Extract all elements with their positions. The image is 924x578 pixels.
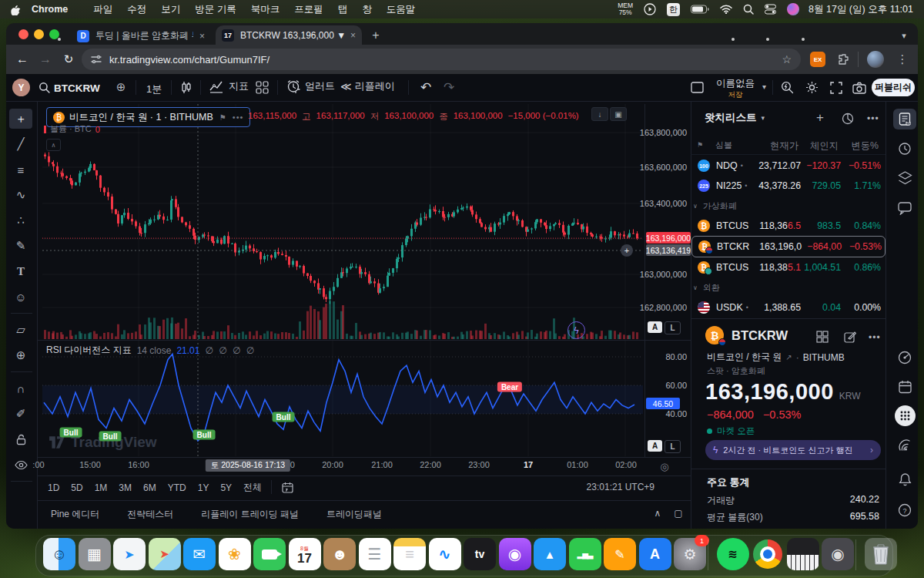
dock-trash[interactable] <box>865 538 897 570</box>
dock-finder[interactable]: ☺ <box>43 538 75 570</box>
dock-photos[interactable]: ❀ <box>219 538 251 570</box>
lock-all-icon[interactable] <box>9 429 32 449</box>
wifi-icon[interactable] <box>720 5 732 14</box>
dock-notes[interactable]: ≡ <box>393 538 426 570</box>
range-6M[interactable]: 6M <box>143 482 156 493</box>
menu-bar-clock[interactable]: 8월 17일 (일) 오후 11:01 <box>808 3 913 16</box>
range-1Y[interactable]: 1Y <box>198 482 209 493</box>
add-symbol-icon[interactable]: ⊕ <box>114 80 128 94</box>
zoom-in-tool-icon[interactable]: ⊕ <box>9 345 32 365</box>
control-center-icon[interactable] <box>765 4 776 15</box>
interval-button[interactable]: 1분 <box>146 82 162 96</box>
watchlist-section[interactable]: ∨외환 <box>693 277 884 297</box>
url-text[interactable]: kr.tradingview.com/chart/Gumun7IF/ <box>109 54 270 66</box>
window-close-button[interactable] <box>18 29 28 39</box>
undo-icon[interactable]: ↶ <box>417 79 434 95</box>
pane-collapse-button[interactable]: ∧ <box>46 139 61 151</box>
dock-settings[interactable]: ⚙1 <box>674 538 706 570</box>
settings-gear-icon[interactable] <box>804 80 819 95</box>
range-5D[interactable]: 5D <box>71 482 82 493</box>
layers-icon[interactable] <box>896 170 913 186</box>
dock-launchpad[interactable]: ▦ <box>79 538 111 570</box>
watchlist-add-icon[interactable]: + <box>813 111 827 125</box>
dock-contacts[interactable]: ☻ <box>323 538 356 570</box>
add-alert-plus-icon[interactable]: + <box>621 244 633 257</box>
watchlist-panel-icon[interactable] <box>893 109 916 129</box>
market-status[interactable]: 마켓 오픈 <box>707 425 755 437</box>
layout-select-icon[interactable] <box>689 80 705 94</box>
symbol-search-icon[interactable] <box>38 82 50 93</box>
layout-chevron-icon[interactable]: ▾ <box>762 82 766 91</box>
battery-icon[interactable] <box>691 5 709 14</box>
tab-trading-panel[interactable]: 트레이딩패널 <box>326 508 382 521</box>
back-button[interactable]: ← <box>14 51 31 68</box>
watchlist-pie-icon[interactable] <box>841 112 855 126</box>
dock-chrome[interactable] <box>752 538 784 570</box>
crosshair-tool-icon[interactable]: ＋ <box>9 109 32 129</box>
maximize-panel-icon[interactable]: ▢ <box>671 507 685 519</box>
pattern-tool-icon[interactable]: ∿ <box>9 185 32 205</box>
input-source-korean[interactable]: 한 <box>667 3 680 16</box>
clock-utc[interactable]: 23:01:21 UTC+9 <box>539 482 654 492</box>
chat-icon[interactable] <box>896 200 913 216</box>
menu-app-name[interactable]: Chrome <box>32 4 68 15</box>
radar-advisor-icon[interactable] <box>896 350 913 365</box>
symbol-legend-title[interactable]: 비트코인 / 한국 원 · 1 · BITHUMB <box>69 111 213 124</box>
replay-button[interactable]: ≪ 리플레이 <box>340 79 395 93</box>
range-전체[interactable]: 전체 <box>243 481 262 494</box>
site-settings-icon[interactable] <box>91 54 102 65</box>
volume-legend[interactable]: 볼륨 · BTC 0 <box>44 123 100 135</box>
dock-facetime[interactable] <box>253 538 286 570</box>
window-minimize-button[interactable] <box>34 29 44 39</box>
dock-midi[interactable] <box>787 538 819 570</box>
menu-edit[interactable]: 수정 <box>127 3 146 16</box>
timezone-settings-icon[interactable]: ◎ <box>658 460 671 472</box>
tab-replay-trading-panel[interactable]: 리플레이 트레이딩 패널 <box>201 508 299 521</box>
menu-bookmarks[interactable]: 북마크 <box>251 3 280 16</box>
user-avatar[interactable]: Y <box>12 79 30 96</box>
log-scale-button[interactable]: L <box>665 321 681 334</box>
alert-button[interactable]: 얼러트 <box>286 79 335 93</box>
snapshot-camera-icon[interactable] <box>852 80 867 95</box>
range-1M[interactable]: 1M <box>95 482 108 493</box>
fullscreen-icon[interactable] <box>829 80 844 95</box>
chart-style-candles-icon[interactable] <box>179 80 194 94</box>
tab-close-icon[interactable]: × <box>199 31 205 42</box>
redo-icon[interactable]: ↷ <box>440 79 457 95</box>
prediction-tool-icon[interactable]: ∴ <box>9 210 32 230</box>
tab-close-icon[interactable]: × <box>350 30 356 41</box>
siri-icon[interactable] <box>787 3 799 15</box>
broadcast-waves-icon[interactable] <box>896 438 913 453</box>
detail-edit-icon[interactable] <box>842 330 858 344</box>
price-and-rsi-chart[interactable] <box>42 104 643 456</box>
brush-tool-icon[interactable]: ✎ <box>9 236 32 256</box>
maximize-pane-button[interactable]: ▣ <box>610 107 627 121</box>
flag-column-icon[interactable]: ⚑ <box>697 141 703 149</box>
watchlist-more-icon[interactable]: ••• <box>867 113 879 124</box>
dock-safari[interactable]: ➤ <box>113 538 146 570</box>
browser-menu-icon[interactable]: ⋮ <box>895 51 910 68</box>
watchlist-row-BTCKR[interactable]: ₿BTCKR163,196,0−864,00−0.53% <box>691 236 886 257</box>
hide-all-icon[interactable] <box>9 455 32 475</box>
rsi-log-scale-button[interactable]: L <box>665 440 681 453</box>
watchlist-row-NDQ[interactable]: 100NDQ•23,712.07−120.37−0.51% <box>693 156 884 176</box>
watchlist-title[interactable]: 왓치리스트▾ <box>705 111 765 125</box>
apple-icon[interactable] <box>11 4 21 15</box>
dock-pages[interactable]: ✎ <box>604 538 636 570</box>
text-tool-icon[interactable]: T <box>9 261 32 281</box>
range-3M[interactable]: 3M <box>119 482 132 493</box>
menu-window[interactable]: 창 <box>362 3 372 16</box>
alerts-clock-icon[interactable] <box>896 141 913 156</box>
symbol-search-button[interactable]: BTCKRW <box>54 82 100 94</box>
new-tab-button[interactable]: + <box>370 29 382 42</box>
fib-retracement-tool-icon[interactable]: ≡ <box>9 160 32 180</box>
price-axis[interactable]: 163,196,000 163,136,419 46.50 163,800,00… <box>645 104 691 457</box>
auto-scale-button[interactable]: A <box>648 321 662 333</box>
watchlist-row-NI225[interactable]: 225NI225•43,378.26729.051.71% <box>693 176 884 196</box>
detail-symbol-name[interactable]: BTCKRW <box>732 328 788 343</box>
dock-podcasts[interactable]: ◉ <box>499 538 531 570</box>
dock-numbers[interactable]: ▂▅▃ <box>569 538 601 570</box>
menu-view[interactable]: 보기 <box>161 3 180 16</box>
apps-grid-icon[interactable] <box>895 405 916 426</box>
save-label[interactable]: 저장 <box>711 90 760 100</box>
